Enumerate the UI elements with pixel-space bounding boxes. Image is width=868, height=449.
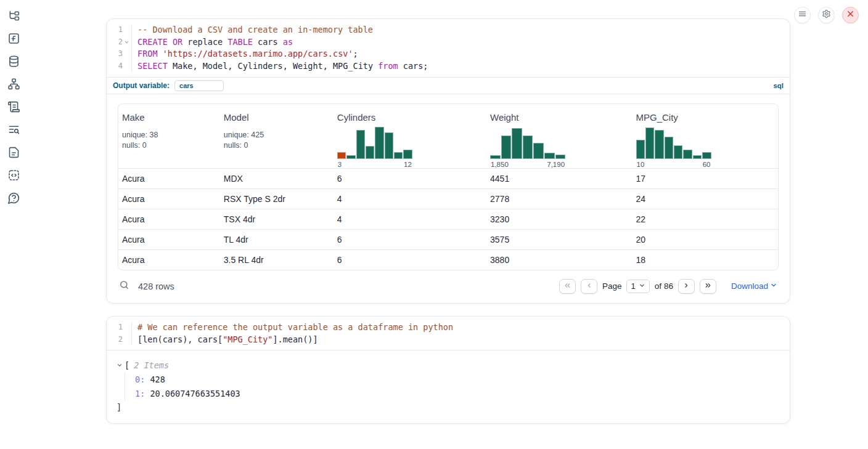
sql-cell: 1-- Download a CSV and create an in-memo… [106, 18, 790, 304]
column-header: Cylinders312 [334, 112, 486, 168]
table-cell: 6 [334, 255, 486, 265]
column-name[interactable]: Make [122, 112, 216, 123]
database-icon [7, 55, 20, 70]
table-cell: 4 [334, 194, 486, 204]
code-text: [len(cars), cars["MPG_City"].mean()] [131, 334, 790, 346]
column-header: Weight1,8507,190 [486, 112, 632, 168]
sql-code-editor[interactable]: 1-- Download a CSV and create an in-memo… [107, 19, 790, 77]
column-name[interactable]: Weight [490, 112, 628, 123]
sidebar-item-dependencies[interactable] [7, 78, 20, 92]
table-cell: 3880 [486, 255, 632, 265]
table-header: Makeunique: 38nulls: 0Modelunique: 425nu… [118, 104, 778, 168]
output-variable-input[interactable] [174, 80, 224, 91]
table-row[interactable]: AcuraTL 4dr6357520 [118, 229, 778, 249]
python-code-editor[interactable]: 1# We can reference the output variable … [107, 317, 790, 350]
entry-key: 0: [135, 374, 145, 384]
top-right-controls [794, 7, 859, 23]
output-variable-label: Output variable: [113, 81, 170, 90]
table-cell: Acura [118, 194, 220, 204]
chevron-down-icon [117, 362, 123, 368]
gear-icon [822, 9, 831, 21]
table-footer: 428 rows Page 1 [118, 277, 779, 296]
table-cell: Acura [118, 214, 220, 224]
fold-chevron-icon[interactable] [123, 36, 130, 49]
download-button[interactable]: Download [731, 281, 777, 291]
histogram-bar [544, 153, 555, 158]
line-number: 1 [107, 322, 123, 334]
output-list-header[interactable]: [ 2 Items [117, 359, 780, 371]
code-line: 3FROM 'https://datasets.marimo.app/cars.… [107, 48, 790, 60]
table-cell: 20 [633, 235, 779, 245]
code-line: 4SELECT Make, Model, Cylinders, Weight, … [107, 60, 790, 73]
sidebar-item-documentation[interactable] [7, 147, 20, 160]
column-stats: unique: 38nulls: 0 [122, 130, 216, 151]
page-select[interactable]: 1 [626, 280, 649, 293]
output-variable-row: Output variable: sql [107, 77, 790, 94]
histogram-bar [555, 155, 566, 159]
column-histogram[interactable]: 312 [337, 127, 412, 168]
next-page-button[interactable] [678, 279, 695, 294]
python-output: [ 2 Items 0: 4281: 20.060747663551403 ] [107, 350, 790, 423]
table-cell: Acura [118, 255, 220, 265]
sidebar-item-chat[interactable] [7, 192, 20, 206]
first-page-button[interactable] [559, 279, 576, 294]
histogram-bar [403, 150, 412, 159]
close-bracket: ] [117, 401, 780, 413]
table-cell: TSX 4dr [220, 214, 334, 224]
column-name[interactable]: Cylinders [337, 112, 483, 123]
chevron-down-icon [770, 281, 777, 291]
column-name[interactable]: Model [224, 112, 330, 123]
table-cell: 4451 [486, 174, 632, 184]
menu-button[interactable] [794, 7, 811, 23]
column-histogram[interactable]: 1,8507,190 [490, 127, 565, 168]
sidebar-item-snippets[interactable] [7, 169, 20, 183]
code-line: 2[len(cars), cars["MPG_City"].mean()] [107, 334, 790, 346]
entry-key: 1: [135, 389, 145, 398]
sidebar-item-files[interactable] [7, 10, 20, 23]
entry-value: 20.060747663551403 [145, 389, 240, 398]
help-bubble-icon [7, 192, 20, 207]
close-button[interactable] [842, 7, 859, 23]
function-square-icon [7, 32, 20, 47]
search-button[interactable] [119, 280, 129, 293]
table-row[interactable]: AcuraRSX Type S 2dr4277824 [118, 188, 778, 209]
histogram-bar [693, 155, 702, 159]
sidebar-item-scratchpad[interactable] [7, 101, 20, 115]
column-histogram[interactable]: 1060 [636, 127, 711, 168]
table-row[interactable]: AcuraTSX 4dr4323022 [118, 209, 778, 229]
histogram-bar [655, 130, 663, 159]
table-cell: 24 [633, 194, 779, 204]
histogram-bar [394, 152, 403, 158]
table-cell: MDX [220, 174, 334, 184]
row-count: 428 rows [138, 281, 174, 291]
sidebar-item-datasources[interactable] [7, 55, 20, 69]
prev-page-button[interactable] [581, 279, 597, 294]
histogram-axis-labels: 1060 [636, 161, 711, 168]
sidebar-item-logs[interactable] [7, 124, 20, 137]
histogram-bar [375, 127, 383, 159]
code-text: CREATE OR replace TABLE cars as [131, 36, 790, 49]
sidebar-item-variables[interactable] [7, 33, 20, 46]
histogram-bar [356, 130, 365, 159]
output-list-entry: 1: 20.060747663551403 [135, 387, 780, 401]
chevron-right-icon [682, 281, 690, 292]
settings-button[interactable] [818, 7, 835, 23]
table-row[interactable]: Acura3.5 RL 4dr6388018 [118, 249, 778, 270]
total-pages: 86 [664, 281, 673, 291]
table-cell: 22 [633, 214, 779, 224]
last-page-button[interactable] [700, 279, 716, 294]
histogram-bar [490, 155, 501, 159]
column-name[interactable]: MPG_City [636, 112, 775, 123]
table-cell: 4 [334, 214, 486, 224]
download-label: Download [731, 281, 768, 291]
sql-output-area: Makeunique: 38nulls: 0Modelunique: 425nu… [107, 94, 790, 303]
table-row[interactable]: AcuraMDX6445117 [118, 168, 778, 188]
histogram-bar [645, 127, 654, 158]
chevron-down-icon [639, 281, 645, 291]
page-label: Page [602, 281, 622, 291]
code-text: SELECT Make, Model, Cylinders, Weight, M… [131, 60, 790, 73]
column-stats: unique: 425nulls: 0 [224, 130, 330, 151]
notebook: 1-- Download a CSV and create an in-memo… [106, 18, 790, 424]
histogram-bar [533, 143, 544, 159]
file-tree-icon [7, 9, 20, 25]
